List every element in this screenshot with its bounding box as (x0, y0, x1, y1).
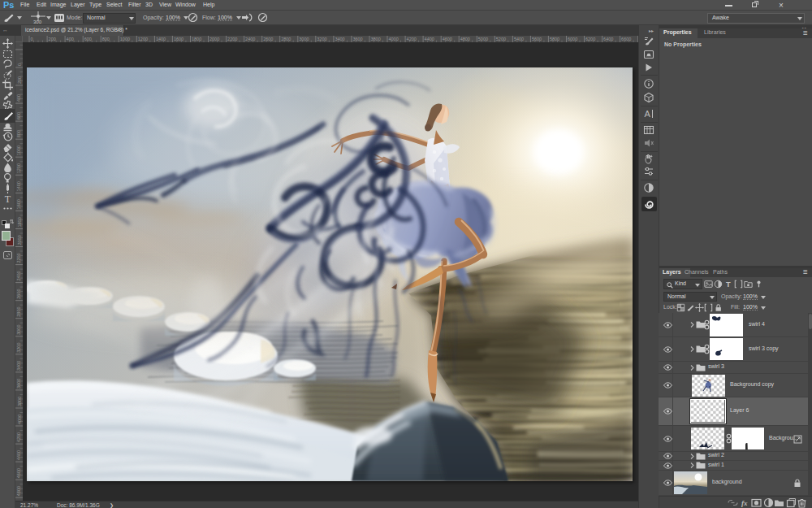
svg-text:1000: 1000 (17, 145, 22, 155)
svg-text:3800: 3800 (17, 397, 22, 406)
svg-text:6000: 6000 (568, 37, 577, 41)
svg-text:2800: 2800 (281, 37, 291, 41)
svg-text:2400: 2400 (245, 37, 255, 41)
svg-text:4800: 4800 (460, 37, 470, 41)
svg-text:T: T (726, 280, 731, 289)
svg-text:5400: 5400 (514, 37, 524, 41)
svg-text:6400: 6400 (603, 37, 613, 41)
svg-text:200: 200 (49, 37, 56, 41)
svg-text:3400: 3400 (17, 361, 22, 371)
svg-text:800: 800 (17, 130, 22, 137)
svg-text:1800: 1800 (192, 37, 201, 41)
svg-text:5200: 5200 (496, 37, 506, 41)
svg-text:1400: 1400 (156, 37, 166, 41)
svg-text:2200: 2200 (17, 253, 22, 263)
svg-text:2400: 2400 (17, 271, 22, 280)
svg-text:5600: 5600 (532, 37, 542, 41)
svg-text:1600: 1600 (17, 199, 22, 209)
svg-text:1400: 1400 (17, 181, 22, 191)
svg-text:600: 600 (84, 37, 92, 41)
svg-text:2600: 2600 (263, 37, 273, 41)
svg-text:4400: 4400 (425, 37, 434, 41)
svg-text:4800: 4800 (17, 486, 22, 496)
svg-text:800: 800 (102, 37, 110, 41)
svg-text:3400: 3400 (335, 37, 344, 41)
svg-text:2600: 2600 (17, 289, 22, 298)
svg-text:2800: 2800 (17, 306, 22, 316)
svg-text:4600: 4600 (443, 37, 452, 41)
svg-text:3800: 3800 (371, 37, 381, 41)
svg-text:4000: 4000 (389, 37, 399, 41)
svg-text:6200: 6200 (585, 37, 595, 41)
svg-text:6600: 6600 (621, 37, 631, 41)
svg-text:1200: 1200 (138, 37, 148, 41)
svg-text:A: A (645, 109, 651, 119)
svg-text:3600: 3600 (17, 379, 22, 389)
svg-text:400: 400 (67, 37, 74, 41)
svg-text:3000: 3000 (17, 325, 22, 335)
svg-text:4600: 4600 (17, 468, 22, 478)
svg-text:1000: 1000 (120, 37, 130, 41)
svg-text:fx: fx (741, 499, 748, 507)
svg-text:0: 0 (17, 63, 22, 66)
svg-text:5000: 5000 (478, 37, 488, 41)
svg-text:2000: 2000 (209, 37, 219, 41)
svg-text:3000: 3000 (299, 37, 309, 41)
svg-text:4000: 4000 (17, 415, 22, 424)
svg-text:3200: 3200 (317, 37, 326, 41)
svg-text:1200: 1200 (17, 163, 22, 173)
svg-text:4200: 4200 (407, 37, 417, 41)
svg-text:600: 600 (17, 112, 22, 119)
svg-text:200: 200 (17, 76, 22, 84)
svg-text:1800: 1800 (17, 217, 22, 227)
svg-text:4200: 4200 (17, 432, 22, 442)
svg-text:3600: 3600 (352, 37, 362, 41)
svg-text:3200: 3200 (17, 343, 22, 353)
svg-text:0: 0 (31, 37, 33, 41)
svg-text:5800: 5800 (550, 37, 559, 41)
svg-text:2200: 2200 (227, 37, 237, 41)
svg-text:4400: 4400 (17, 450, 22, 460)
svg-text:400: 400 (17, 94, 22, 102)
svg-text:1600: 1600 (174, 37, 184, 41)
svg-text:2000: 2000 (17, 235, 22, 245)
